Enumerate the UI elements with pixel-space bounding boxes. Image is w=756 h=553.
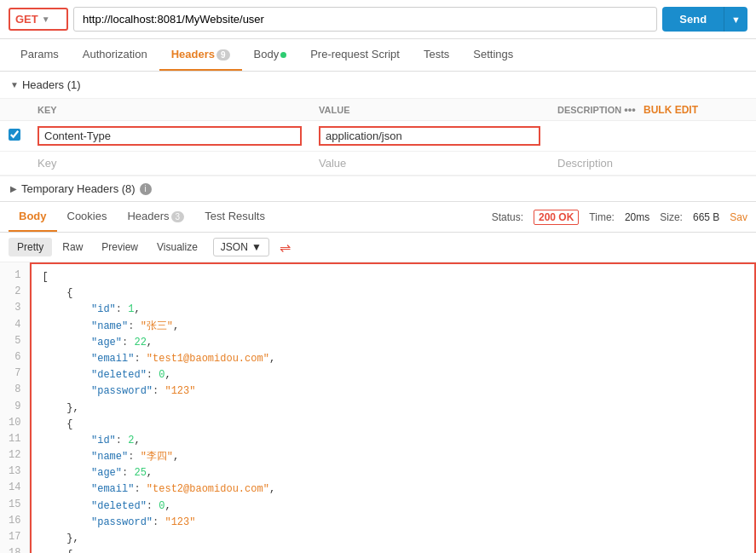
json-chevron: ▼ [251,241,262,253]
placeholder-row: Key Value Description [0,152,756,176]
info-icon[interactable]: i [140,183,152,195]
placeholder-key[interactable]: Key [29,152,310,176]
json-select[interactable]: JSON ▼ [213,238,269,256]
headers-count-label: Headers (1) [22,78,81,91]
headers-panel: ▼ Headers (1) KEY VALUE DESCRIPTION ••• … [0,72,756,202]
row-checkbox-cell [0,121,29,152]
status-info: Status: 200 OK Time: 20ms Size: 665 B Sa… [492,210,747,225]
pretty-button[interactable]: Pretty [9,238,52,256]
tab-headers[interactable]: Headers9 [159,39,242,71]
key-value: Content-Type [44,130,111,142]
placeholder-desc[interactable]: Description [549,152,756,176]
time-label: Time: [589,211,615,223]
line-numbers: 12345678910111213141516171819 [0,262,30,553]
time-value: 20ms [625,211,649,223]
temp-headers-section: ▶ Temporary Headers (8) i [0,176,756,201]
request-tabs: Params Authorization Headers9 Body Pre-r… [0,39,756,72]
tab-pre-request[interactable]: Pre-request Script [298,39,412,71]
th-description: DESCRIPTION ••• Bulk Edit [549,99,756,121]
tab-tests[interactable]: Tests [412,39,461,71]
tab-headers-resp[interactable]: Headers3 [117,202,194,232]
row-checkbox[interactable] [9,129,20,141]
temp-headers-label: Temporary Headers (8) [21,182,136,195]
method-chevron: ▼ [42,14,50,24]
status-value: 200 OK [534,210,579,225]
row-desc-cell [549,121,756,152]
tab-cookies[interactable]: Cookies [57,202,118,232]
response-tabs-bar: Body Cookies Headers3 Test Results Statu… [0,202,756,233]
row-value-cell: application/json [310,121,549,152]
raw-button[interactable]: Raw [54,238,91,256]
size-label: Size: [660,211,683,223]
url-input[interactable] [73,7,657,32]
json-label: JSON [221,241,248,253]
key-field[interactable]: Content-Type [38,126,302,146]
row-key-cell: Content-Type [29,121,310,152]
tab-params[interactable]: Params [9,39,71,71]
headers-section-title: ▼ Headers (1) [0,72,756,99]
placeholder-value[interactable]: Value [310,152,549,176]
status-label: Status: [492,211,523,223]
format-bar: Pretty Raw Preview Visualize JSON ▼ ⇌ [0,233,756,262]
visualize-button[interactable]: Visualize [148,238,206,256]
tab-test-results[interactable]: Test Results [194,202,275,232]
tab-body-resp[interactable]: Body [9,202,57,232]
collapse-triangle[interactable]: ▼ [10,80,19,89]
th-value: VALUE [310,99,549,121]
size-value: 665 B [693,211,719,223]
save-button[interactable]: Sav [730,211,747,223]
body-dot [280,52,286,58]
method-label: GET [15,13,38,26]
value-field[interactable]: application/json [319,126,540,146]
preview-button[interactable]: Preview [93,238,147,256]
tab-body[interactable]: Body [242,39,299,71]
wrap-icon[interactable]: ⇌ [280,239,291,256]
three-dots-icon[interactable]: ••• [624,103,636,116]
tab-settings[interactable]: Settings [461,39,525,71]
tab-authorization[interactable]: Authorization [71,39,159,71]
bulk-edit-button[interactable]: Bulk Edit [643,104,698,116]
th-key: KEY [29,99,310,121]
table-row: Content-Type application/json [0,121,756,152]
headers-table: KEY VALUE DESCRIPTION ••• Bulk Edit Cont… [0,99,756,176]
send-btn-wrap: Send ▼ [662,7,747,32]
method-select[interactable]: GET ▼ [9,8,68,31]
send-dropdown[interactable]: ▼ [724,7,747,32]
json-code: [ { "id": 1, "name": "张三", "age": 22, "e… [30,262,756,553]
json-view: 12345678910111213141516171819 [ { "id": … [0,262,756,553]
url-bar: GET ▼ Send ▼ [0,0,756,39]
send-button[interactable]: Send [662,7,724,32]
value-text: application/json [326,130,402,142]
th-checkbox [0,99,29,121]
temp-triangle[interactable]: ▶ [10,184,17,193]
